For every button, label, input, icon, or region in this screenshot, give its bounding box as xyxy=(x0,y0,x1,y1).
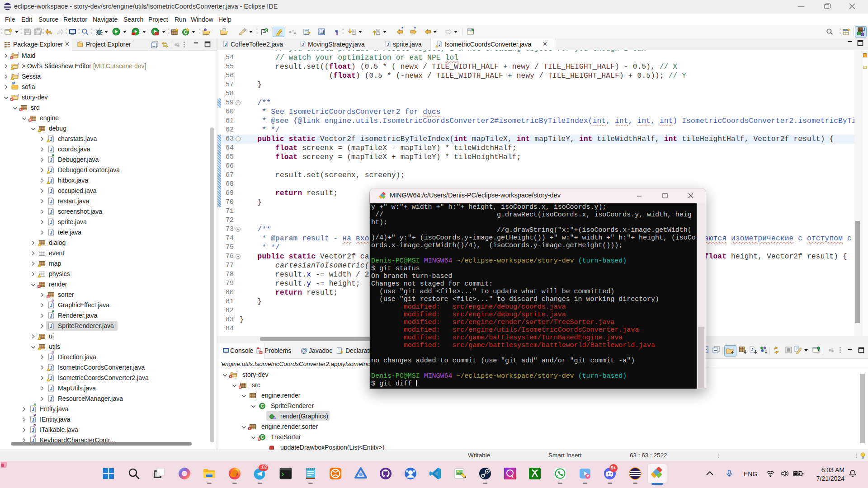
svg-text:J: J xyxy=(863,27,865,32)
svg-text:C: C xyxy=(265,29,268,32)
svg-text:J: J xyxy=(751,347,753,352)
